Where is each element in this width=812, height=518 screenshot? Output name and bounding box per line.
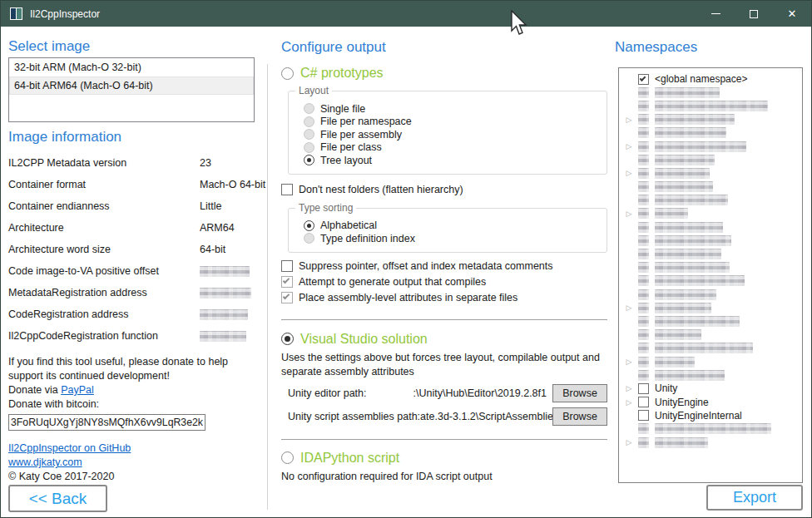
export-button[interactable]: Export [706, 485, 803, 511]
namespace-row-redacted[interactable]: ▷ [619, 342, 802, 355]
radio-option[interactable]: File per class [304, 141, 598, 155]
redacted-namespace-label [655, 114, 735, 125]
namespace-row[interactable]: ▷UnityEngineInternal [619, 409, 802, 422]
idapython-description: No configuration required for IDA script… [281, 470, 607, 484]
visual-studio-label: Visual Studio solution [300, 332, 428, 347]
main-content: Select image 32-bit ARM (Mach-O 32-bit)6… [1, 27, 811, 517]
window-title: Il2CppInspector [30, 8, 100, 20]
output-option-checkbox[interactable]: Attempt to generate output that compiles [281, 274, 607, 290]
namespace-row-redacted[interactable]: ▷ [619, 288, 802, 301]
namespace-row-redacted[interactable]: ▷ [619, 180, 802, 194]
namespace-row[interactable]: ▷Unity [619, 382, 802, 395]
expander-icon[interactable]: ▷ [624, 397, 634, 407]
type-sorting-group-title: Type sorting [295, 202, 356, 214]
radio-option[interactable]: File per assembly [304, 128, 598, 141]
info-row-label: Architecture word size [8, 244, 200, 255]
output-option-checkbox[interactable]: Suppress pointer, offset and index metad… [281, 259, 607, 274]
radio-option[interactable]: File per namespace [304, 116, 598, 129]
namespace-row-redacted[interactable]: ▷ [619, 368, 802, 382]
github-link[interactable]: Il2CppInspector on GitHub [8, 442, 131, 454]
info-row-value [200, 331, 265, 342]
radio-icon [304, 155, 314, 165]
namespace-row-redacted[interactable]: ▷ [619, 194, 802, 207]
redacted-namespace-label [655, 168, 710, 179]
namespace-row-redacted[interactable]: ▷ [619, 99, 802, 112]
website-link[interactable]: www.djkaty.com [8, 456, 82, 468]
info-row-label: Il2CppCodeRegistration function [8, 331, 200, 342]
paypal-link[interactable]: PayPal [61, 384, 94, 396]
redacted-value [200, 288, 251, 298]
radio-option[interactable]: Tree layout [304, 154, 598, 167]
radio-option[interactable]: Single file [304, 102, 598, 116]
radio-option-label: Single file [320, 103, 365, 115]
visual-studio-radio[interactable]: Visual Studio solution [281, 330, 607, 348]
namespace-row-redacted[interactable]: ▷ [619, 274, 802, 288]
redacted-checkbox [638, 303, 649, 313]
back-button[interactable]: << Back [8, 485, 107, 512]
namespaces-heading: Namespaces [615, 39, 805, 57]
namespace-row-redacted[interactable]: ▷ [619, 140, 802, 153]
namespace-row-redacted[interactable]: ▷ [619, 166, 802, 180]
maximize-button[interactable] [735, 1, 773, 27]
namespace-row-redacted[interactable]: ▷ [619, 207, 802, 220]
csharp-prototypes-radio[interactable]: C# prototypes [281, 64, 607, 82]
radio-option[interactable]: Alphabetical [304, 220, 598, 233]
expander-icon[interactable]: ▷ [624, 357, 634, 367]
expander-icon[interactable]: ▷ [624, 437, 634, 447]
radio-option[interactable]: Type definition index [304, 232, 598, 245]
donate-text: If you find this tool useful, please don… [8, 355, 255, 383]
redacted-checkbox [638, 222, 649, 233]
namespace-row-redacted[interactable]: ▷ [619, 328, 802, 342]
namespace-row-redacted[interactable]: ▷ [619, 422, 802, 436]
namespace-row[interactable]: ▷UnityEngine [619, 396, 802, 409]
image-list-item[interactable]: 64-bit ARM64 (Mach-O 64-bit) [9, 76, 254, 95]
namespace-row-redacted[interactable]: ▷ [619, 86, 802, 99]
namespace-row-redacted[interactable]: ▷ [619, 355, 802, 368]
info-row-value: Mach-O 64-bit [200, 180, 265, 190]
checkbox-icon [281, 292, 293, 303]
namespace-row-redacted[interactable]: ▷ [619, 234, 802, 247]
idapython-radio[interactable]: IDAPython script [281, 449, 607, 467]
radio-icon [281, 333, 294, 345]
expander-icon[interactable]: ▷ [624, 303, 634, 313]
expander-icon[interactable]: ▷ [624, 209, 634, 219]
namespace-row-redacted[interactable]: ▷ [619, 126, 802, 140]
unity-editor-path-label: Unity editor path: [288, 387, 367, 399]
image-listbox[interactable]: 32-bit ARM (Mach-O 32-bit)64-bit ARM64 (… [8, 57, 255, 122]
radio-option-label: Type definition index [320, 233, 415, 244]
unity-editor-path-value[interactable]: :\Unity\Hub\Editor\2019.2.8f1 [367, 387, 553, 399]
redacted-checkbox [638, 275, 649, 286]
radio-icon [304, 129, 314, 140]
type-sorting-groupbox: Type sorting AlphabeticalType definition… [288, 208, 607, 253]
namespace-row-redacted[interactable]: ▷ [619, 220, 802, 234]
bitcoin-address-input[interactable] [8, 414, 205, 431]
redacted-namespace-label [655, 127, 726, 138]
namespaces-listbox[interactable]: ▷<global namespace>▷▷▷▷▷▷▷▷▷▷▷▷▷▷▷▷▷▷▷▷▷… [618, 67, 803, 483]
namespace-row[interactable]: ▷<global namespace> [619, 72, 802, 86]
redacted-namespace-label [655, 329, 701, 340]
redacted-namespace-label [655, 343, 753, 353]
expander-icon[interactable]: ▷ [624, 383, 634, 393]
unity-script-browse-button[interactable]: Browse [552, 407, 607, 426]
namespace-row-redacted[interactable]: ▷ [619, 314, 802, 328]
namespace-row-redacted[interactable]: ▷ [619, 301, 802, 314]
expander-icon[interactable]: ▷ [624, 115, 634, 125]
namespace-row-redacted[interactable]: ▷ [619, 436, 802, 449]
namespace-row-redacted[interactable]: ▷ [619, 153, 802, 166]
minimize-button[interactable] [696, 1, 735, 27]
output-option-checkbox[interactable]: Place assembly-level attributes in separ… [281, 290, 607, 306]
unity-editor-browse-button[interactable]: Browse [552, 384, 607, 402]
namespace-row-redacted[interactable]: ▷ [619, 113, 802, 126]
namespace-row-redacted[interactable]: ▷ [619, 261, 802, 274]
unity-editor-path-row: Unity editor path: :\Unity\Hub\Editor\20… [281, 384, 607, 402]
expander-icon[interactable]: ▷ [624, 141, 634, 151]
namespace-row-redacted[interactable]: ▷ [619, 247, 802, 260]
expander-icon[interactable]: ▷ [624, 168, 634, 178]
unity-script-path-value[interactable]: ate.3d-3.1.2\ScriptAssemblies [420, 411, 552, 422]
column-separator [267, 64, 268, 510]
close-button[interactable]: ✕ [773, 1, 811, 27]
redacted-checkbox [638, 181, 649, 192]
image-list-item[interactable]: 32-bit ARM (Mach-O 32-bit) [9, 58, 254, 76]
configure-output-panel: Configure output C# prototypes Layout Si… [281, 27, 607, 517]
flatten-hierarchy-checkbox[interactable]: Don't nest folders (flatten hierarchy) [281, 182, 607, 197]
